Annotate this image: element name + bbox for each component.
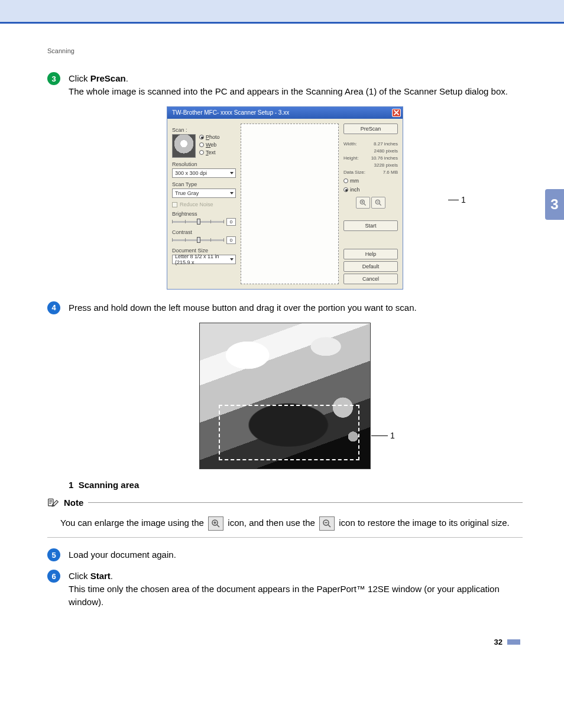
height-value: 10.76 inches (371, 155, 398, 161)
dialog-left-panel: Scan : Photo Web Text Resolution 300 x 3… (172, 124, 236, 284)
brightness-label: Brightness (172, 211, 236, 217)
callout-number: 1 (461, 195, 466, 204)
svg-line-1 (364, 203, 366, 205)
label: hoto (209, 134, 220, 140)
zoom-out-icon[interactable] (371, 197, 385, 209)
step-3: 3 Click PreScan. The whole image is scan… (47, 72, 523, 98)
step-6: 6 Click Start. This time only the chosen… (47, 570, 523, 608)
text: You can enlarge the image using the (60, 518, 206, 528)
scantype-label: Scan Type (172, 181, 236, 187)
radio-photo[interactable]: Photo (199, 134, 220, 140)
page-content: Scanning 3 3 Click PreScan. The whole im… (0, 24, 564, 664)
scanner-dialog-figure: TW-Brother MFC- xxxx Scanner Setup - 3.x… (47, 106, 523, 290)
height-label: Height: (343, 155, 358, 161)
selection-rectangle (219, 405, 359, 460)
unit-mm[interactable]: mm (343, 178, 398, 184)
text: The whole image is scanned into the PC a… (69, 86, 508, 96)
contrast-label: Contrast (172, 229, 236, 235)
text: This time only the chosen area of the do… (69, 584, 500, 607)
step-number: 3 (47, 72, 60, 85)
callout-line (448, 200, 459, 200)
callout-line (371, 436, 388, 436)
svg-line-13 (328, 525, 330, 527)
page-footer: 32 (47, 638, 523, 646)
section-label: Scanning (47, 47, 523, 54)
chapter-tab: 3 (545, 189, 564, 220)
zoom-in-icon (208, 516, 223, 531)
brightness-slider[interactable]: 0 (172, 218, 236, 226)
text: Click (69, 571, 90, 581)
width-value: 8.27 inches (374, 141, 398, 147)
resolution-label: Resolution (172, 161, 236, 167)
unit-inch[interactable]: inch (343, 187, 398, 193)
step-body: Click PreScan. The whole image is scanne… (69, 72, 523, 98)
step-body: Click Start. This time only the chosen a… (69, 570, 523, 608)
text: Press and hold down the left mouse butto… (69, 303, 417, 313)
step-number: 4 (47, 301, 60, 314)
contrast-slider[interactable]: 0 (172, 236, 236, 244)
sample-image (199, 323, 371, 469)
zoom-in-icon[interactable] (356, 197, 370, 209)
top-band (0, 0, 564, 24)
prescan-button[interactable]: PreScan (343, 124, 398, 134)
text: . (126, 73, 128, 83)
docsize-select[interactable]: Letter 8 1/2 x 11 in (215.9 x (172, 255, 236, 264)
footer-bar (507, 639, 520, 645)
zoom-out-icon (319, 516, 335, 531)
callout-number: 1 (390, 431, 395, 440)
dialog-title: TW-Brother MFC- xxxx Scanner Setup - 3.x… (172, 109, 289, 116)
scantype-select[interactable]: True Gray (172, 188, 236, 198)
scanning-area-label: 1 Scanning area (69, 480, 523, 490)
step-4: 4 Press and hold down the left mouse but… (47, 301, 523, 314)
food-figure: 1 (47, 323, 523, 469)
datasize-label: Data Size: (343, 170, 365, 175)
scan-label: Scan : (172, 127, 236, 133)
note-heading: Note (47, 497, 523, 509)
radio-web[interactable]: Web (199, 142, 220, 148)
svg-line-9 (217, 525, 219, 527)
note-icon (47, 497, 59, 509)
dialog-right-panel: PreScan Width:8.27 inches 2480 pixels He… (343, 124, 398, 284)
step-number: 6 (47, 570, 60, 583)
step-body: Load your document again. (69, 548, 523, 561)
help-button[interactable]: Help (343, 249, 398, 259)
text-bold: PreScan (90, 73, 126, 83)
scanner-setup-dialog: TW-Brother MFC- xxxx Scanner Setup - 3.x… (167, 106, 403, 290)
text: icon, and then use the (228, 518, 317, 528)
start-button[interactable]: Start (343, 220, 398, 231)
close-icon[interactable] (392, 109, 401, 117)
brightness-value[interactable]: 0 (226, 218, 236, 226)
text: icon to restore the image to its origina… (339, 518, 509, 528)
note-body: You can enlarge the image using the icon… (47, 515, 523, 538)
label: eb (210, 142, 216, 148)
default-button[interactable]: Default (343, 261, 398, 272)
page-number: 32 (494, 638, 503, 646)
radio-text[interactable]: Text (199, 150, 220, 155)
contrast-value[interactable]: 0 (226, 236, 236, 244)
preview-area[interactable] (241, 124, 339, 284)
step-5: 5 Load your document again. (47, 548, 523, 561)
step-body: Press and hold down the left mouse butto… (69, 301, 523, 314)
text: Load your document again. (69, 550, 176, 560)
text: Click (69, 73, 90, 83)
width-px: 2480 pixels (374, 148, 398, 154)
text: . (111, 571, 113, 581)
scan-thumbnail (172, 134, 196, 158)
docsize-label: Document Size (172, 248, 236, 254)
note-rule (88, 502, 523, 503)
label: ext (209, 150, 216, 155)
height-px: 3228 pixels (374, 162, 398, 168)
reduce-noise-checkbox: Reduce Noise (172, 202, 236, 207)
width-label: Width: (343, 141, 357, 147)
dialog-titlebar: TW-Brother MFC- xxxx Scanner Setup - 3.x… (167, 107, 403, 119)
text-bold: Start (90, 571, 111, 581)
note-word: Note (64, 498, 83, 508)
cancel-button[interactable]: Cancel (343, 274, 398, 284)
resolution-select[interactable]: 300 x 300 dpi (172, 168, 236, 178)
svg-line-5 (380, 203, 381, 205)
step-number: 5 (47, 548, 60, 561)
datasize-value: 7.6 MB (383, 170, 398, 175)
